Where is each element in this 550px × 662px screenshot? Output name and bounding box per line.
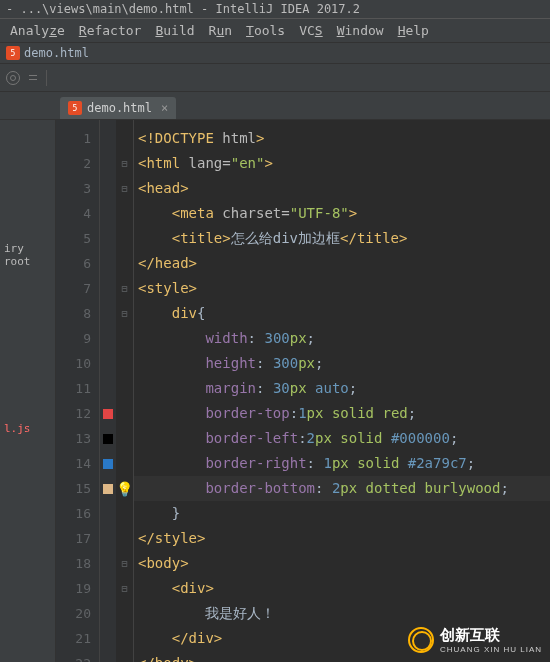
fold-icon[interactable]: ⊟ [116, 301, 133, 326]
fold-icon[interactable]: ⊟ [116, 551, 133, 576]
watermark-subtext: CHUANG XIN HU LIAN [440, 645, 542, 654]
line-number[interactable]: 19 [56, 576, 99, 601]
watermark-text: 创新互联 [440, 626, 542, 645]
line-number[interactable]: 18 [56, 551, 99, 576]
line-number[interactable]: 9 [56, 326, 99, 351]
menu-window[interactable]: Window [331, 21, 390, 40]
menu-analyze[interactable]: Analyze [4, 21, 71, 40]
menu-vcs[interactable]: VCS [293, 21, 328, 40]
line-number[interactable]: 8 [56, 301, 99, 326]
project-sidebar: iry root l.js [0, 120, 56, 662]
line-number[interactable]: 20 [56, 601, 99, 626]
menu-bar: Analyze Refactor Build Run Tools VCS Win… [0, 19, 550, 43]
line-number[interactable]: 10 [56, 351, 99, 376]
line-number[interactable]: 14 [56, 451, 99, 476]
color-marker-red[interactable] [103, 409, 113, 419]
line-number[interactable]: 16 [56, 501, 99, 526]
html5-icon: 5 [68, 101, 82, 115]
editor-toolbar [0, 64, 550, 92]
menu-run[interactable]: Run [203, 21, 238, 40]
color-marker-wheat[interactable] [103, 484, 113, 494]
line-number[interactable]: 15 [56, 476, 99, 501]
code-editor[interactable]: <!DOCTYPE html> <html lang="en"> <head> … [134, 120, 550, 662]
fold-icon[interactable]: ⊟ [116, 276, 133, 301]
fold-icon[interactable]: ⊟ [116, 151, 133, 176]
gear-icon[interactable] [6, 71, 20, 85]
editor-main: iry root l.js 1 2 3 4 5 6 7 8 9 10 11 12… [0, 120, 550, 662]
close-icon[interactable]: × [161, 101, 168, 115]
line-number[interactable]: 1 [56, 126, 99, 151]
separator [46, 70, 47, 86]
line-number[interactable]: 12 [56, 401, 99, 426]
tab-label: demo.html [87, 101, 152, 115]
breadcrumb: 5 demo.html [0, 43, 550, 64]
window-title: - ...\views\main\demo.html - IntelliJ ID… [6, 2, 360, 16]
line-number[interactable]: 7 [56, 276, 99, 301]
bulb-icon[interactable]: 💡 [116, 476, 133, 501]
menu-build[interactable]: Build [149, 21, 200, 40]
line-number[interactable]: 21 [56, 626, 99, 651]
watermark-logo-icon [408, 627, 434, 653]
fold-icon[interactable]: ⊟ [116, 576, 133, 601]
line-number[interactable]: 4 [56, 201, 99, 226]
line-number[interactable]: 2 [56, 151, 99, 176]
line-number[interactable]: 17 [56, 526, 99, 551]
line-number[interactable]: 13 [56, 426, 99, 451]
watermark: 创新互联 CHUANG XIN HU LIAN [408, 626, 542, 654]
html5-icon: 5 [6, 46, 20, 60]
line-number[interactable]: 11 [56, 376, 99, 401]
line-number[interactable]: 22 [56, 651, 99, 662]
breadcrumb-file[interactable]: demo.html [24, 46, 89, 60]
color-marker-blue[interactable] [103, 459, 113, 469]
fold-gutter: ⊟ ⊟ ⊟ ⊟ 💡 ⊟ ⊟ [116, 120, 134, 662]
line-number-gutter: 1 2 3 4 5 6 7 8 9 10 11 12 13 14 15 16 1… [56, 120, 100, 662]
fold-icon[interactable]: ⊟ [116, 176, 133, 201]
window-title-bar: - ...\views\main\demo.html - IntelliJ ID… [0, 0, 550, 19]
line-number[interactable]: 3 [56, 176, 99, 201]
sidebar-label-js: l.js [0, 420, 35, 437]
editor-tabs: 5 demo.html × [0, 92, 550, 120]
line-number[interactable]: 6 [56, 251, 99, 276]
sidebar-label-root: iry root [0, 240, 55, 270]
tab-demo-html[interactable]: 5 demo.html × [60, 97, 176, 119]
color-marker-black[interactable] [103, 434, 113, 444]
marker-gutter [100, 120, 116, 662]
menu-tools[interactable]: Tools [240, 21, 291, 40]
line-number[interactable]: 5 [56, 226, 99, 251]
menu-help[interactable]: Help [392, 21, 435, 40]
menu-refactor[interactable]: Refactor [73, 21, 148, 40]
collapse-icon[interactable] [26, 71, 40, 85]
